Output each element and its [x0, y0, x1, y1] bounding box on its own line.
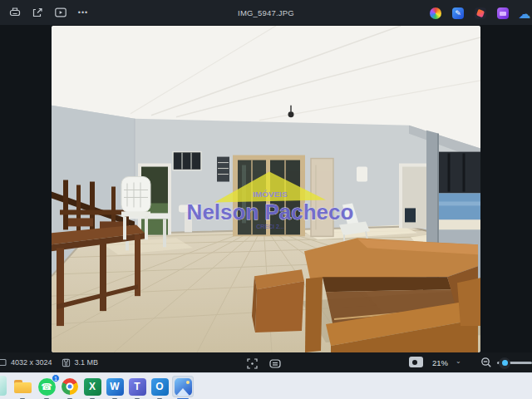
watermark-subtext: CRECI 2... [256, 224, 283, 229]
teams-icon: T [129, 378, 146, 396]
photo-canvas: IMÓVEIS Nelson Pacheco CRECI 2... [0, 25, 532, 352]
taskbar-item-outlook[interactable]: O [149, 376, 170, 397]
outlook-icon: O [151, 378, 169, 396]
zoom-slider[interactable] [497, 362, 532, 364]
print-icon[interactable] [5, 3, 25, 22]
photo-image[interactable]: IMÓVEIS Nelson Pacheco CRECI 2... [52, 26, 480, 352]
taskbar-item-photos-active[interactable] [172, 376, 194, 397]
zoom-out-icon[interactable] [480, 357, 492, 368]
more-options-icon[interactable]: ••• [73, 3, 93, 22]
file-size-icon [62, 358, 71, 367]
chevron-down-icon: ⌄ [456, 357, 461, 365]
taskbar-item-file-explorer[interactable] [12, 376, 33, 397]
photos-app-icon [175, 378, 192, 396]
slideshow-icon[interactable] [51, 3, 71, 22]
status-bar: 4032 x 3024 3.1 MB 21% ⌄ [0, 352, 532, 372]
excel-icon: X [84, 378, 101, 396]
image-dimensions: 4032 x 3024 [11, 358, 52, 367]
watermark-name: Nelson Pacheco [187, 200, 354, 224]
photos-logo-icon[interactable] [430, 7, 441, 19]
taskbar-item-word[interactable]: W [104, 376, 126, 397]
thumbnail-toggle-icon[interactable] [409, 357, 423, 367]
share-icon[interactable] [27, 3, 47, 22]
zoom-level-value: 21% [432, 358, 448, 367]
taskbar-item-excel[interactable]: X [81, 376, 103, 397]
pencil-glyph: ✎ [455, 10, 461, 17]
zoom-level-dropdown[interactable]: 21% ⌄ [432, 352, 461, 372]
chrome-icon [62, 378, 78, 395]
more-dots: ••• [78, 8, 88, 17]
photos-app-window: ••• IMG_5947.JPG ✎ ☁ [0, 0, 532, 399]
file-size: 3.1 MB [75, 358, 99, 367]
dimensions-icon [0, 357, 7, 367]
filmstrip-toggle-icon[interactable] [266, 357, 284, 370]
onedrive-icon[interactable]: ☁ [519, 7, 530, 19]
taskbar: ☎ 1 X W T O [0, 372, 532, 399]
top-toolbar: ••• IMG_5947.JPG ✎ ☁ [0, 0, 532, 25]
designer-edit-icon[interactable]: ✎ [452, 7, 464, 19]
gallery-icon[interactable] [497, 7, 509, 19]
file-explorer-icon [14, 380, 32, 393]
taskbar-item-whatsapp[interactable]: ☎ 1 [36, 376, 57, 397]
fit-to-window-icon[interactable] [243, 357, 261, 370]
taskbar-item-chrome[interactable] [59, 376, 81, 397]
watermark-roof-text: IMÓVEIS [253, 190, 288, 199]
word-icon: W [106, 378, 124, 396]
cloud-glyph: ☁ [519, 7, 531, 20]
taskbar-item-partial[interactable] [0, 376, 7, 396]
taskbar-item-teams[interactable]: T [126, 376, 148, 397]
clipchamp-icon[interactable] [475, 7, 486, 19]
zoom-slider-thumb[interactable] [499, 357, 510, 369]
